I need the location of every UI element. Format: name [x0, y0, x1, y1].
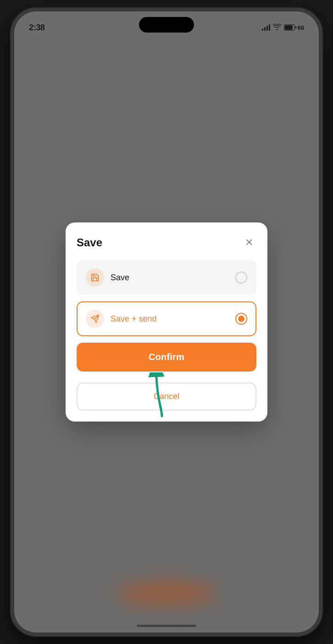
phone-screen: 2:38	[14, 11, 319, 633]
send-icon	[90, 314, 100, 323]
bottom-decoration	[116, 582, 217, 605]
close-icon: ✕	[245, 237, 253, 249]
battery-level: 68	[298, 24, 304, 31]
dynamic-island	[139, 17, 194, 33]
radio-inner	[238, 316, 244, 322]
phone-frame: 2:38	[11, 8, 322, 636]
teal-arrow	[139, 372, 176, 418]
wifi-icon	[273, 24, 281, 32]
confirm-section: Confirm	[77, 343, 256, 377]
save-option-label: Save	[111, 273, 235, 283]
save-send-option[interactable]: Save + send	[77, 301, 256, 336]
close-button[interactable]: ✕	[242, 235, 256, 250]
dialog-title: Save	[77, 236, 102, 249]
save-option[interactable]: Save	[77, 260, 256, 295]
status-time: 2:38	[29, 23, 45, 33]
status-icons: 68	[262, 24, 304, 32]
save-send-option-label: Save + send	[111, 314, 235, 324]
save-icon	[90, 273, 100, 282]
confirm-button[interactable]: Confirm	[77, 343, 256, 372]
svg-rect-1	[285, 25, 293, 30]
save-radio[interactable]	[235, 272, 247, 283]
save-send-icon-wrap	[86, 310, 104, 328]
modal-overlay: Save ✕ Save	[14, 11, 319, 633]
save-option-icon-wrap	[86, 268, 104, 287]
dialog-header: Save ✕	[77, 235, 256, 250]
signal-icon	[262, 24, 270, 31]
battery-icon: 68	[284, 24, 304, 31]
save-send-radio[interactable]	[235, 313, 247, 325]
home-indicator	[137, 625, 196, 627]
save-dialog: Save ✕ Save	[66, 222, 267, 422]
